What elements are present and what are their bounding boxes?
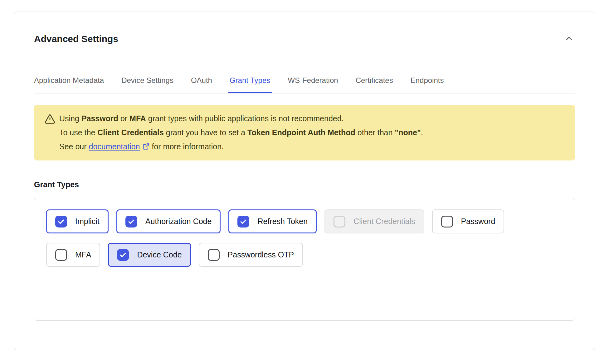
- warning-text-segment: other than: [355, 128, 395, 137]
- warning-text-segment: Using: [59, 114, 81, 123]
- warning-bold-text: Password: [81, 114, 118, 123]
- advanced-settings-card: Advanced Settings Application MetadataDe…: [14, 12, 595, 350]
- grant-type-label: Authorization Code: [145, 217, 212, 226]
- grant-type-label: MFA: [75, 250, 91, 259]
- warning-text-segment: .: [421, 128, 423, 137]
- grant-type-passwordless-otp[interactable]: Passwordless OTP: [199, 243, 303, 267]
- warning-text-segment: for more information.: [150, 142, 224, 151]
- warning-line-2: To use the Client Credentials grant you …: [59, 126, 423, 140]
- grant-type-label: Passwordless OTP: [228, 250, 294, 259]
- grant-type-label: Device Code: [137, 250, 182, 259]
- grant-type-label: Implicit: [75, 217, 100, 226]
- grant-type-refresh-token[interactable]: Refresh Token: [228, 209, 317, 233]
- grant-type-implicit[interactable]: Implicit: [46, 209, 109, 233]
- page: Advanced Settings Application MetadataDe…: [0, 0, 609, 364]
- checkbox-checked-icon: [125, 216, 137, 228]
- grant-types-heading: Grant Types: [34, 180, 575, 189]
- card-header: Advanced Settings: [34, 32, 575, 45]
- tab-endpoints[interactable]: Endpoints: [409, 76, 446, 93]
- warning-text-segment: grant you have to set a: [164, 128, 247, 137]
- external-link-icon: [142, 141, 150, 148]
- grant-type-device-code[interactable]: Device Code: [108, 243, 191, 267]
- checkbox-checked-icon: [117, 249, 129, 261]
- tab-grant-types[interactable]: Grant Types: [228, 76, 272, 93]
- tab-device-settings[interactable]: Device Settings: [119, 76, 175, 93]
- checkbox-checked-icon: [55, 216, 67, 228]
- tab-certificates[interactable]: Certificates: [354, 76, 395, 93]
- warning-text-segment: grant types with public applications is …: [146, 114, 344, 123]
- chevron-up-icon: [564, 34, 574, 44]
- grant-type-mfa[interactable]: MFA: [46, 243, 100, 267]
- grant-type-label: Refresh Token: [257, 217, 308, 226]
- warning-bold-text: Client Credentials: [97, 128, 164, 137]
- warning-triangle-icon: [44, 113, 56, 125]
- grant-types-row: MFADevice CodePasswordless OTP: [46, 243, 303, 267]
- documentation-link[interactable]: documentation: [89, 142, 140, 151]
- warning-text-segment: To use the: [59, 128, 97, 137]
- tabs: Application MetadataDevice SettingsOAuth…: [34, 76, 575, 93]
- warning-bold-text: "none": [395, 128, 421, 137]
- warning-text: Using Password or MFA grant types with p…: [59, 112, 423, 154]
- grant-type-password[interactable]: Password: [432, 209, 504, 233]
- tab-application-metadata[interactable]: Application Metadata: [32, 76, 106, 93]
- grant-type-label: Password: [461, 217, 495, 226]
- tab-oauth[interactable]: OAuth: [189, 76, 214, 93]
- checkbox-unchecked-icon: [334, 216, 345, 228]
- warning-bold-text: MFA: [129, 114, 146, 123]
- warning-line-1: Using Password or MFA grant types with p…: [59, 112, 423, 126]
- checkbox-checked-icon: [237, 216, 249, 228]
- page-title: Advanced Settings: [34, 33, 118, 45]
- grant-type-authorization-code[interactable]: Authorization Code: [116, 209, 221, 233]
- warning-bold-text: Token Endpoint Auth Method: [247, 128, 355, 137]
- collapse-section-button[interactable]: [563, 32, 575, 45]
- warning-text-segment: or: [118, 114, 129, 123]
- warning-line-3: See our documentation for more informati…: [59, 140, 423, 154]
- checkbox-unchecked-icon: [55, 249, 67, 261]
- grant-type-label: Client Credentials: [353, 217, 415, 226]
- tab-ws-federation[interactable]: WS-Federation: [286, 76, 340, 93]
- warning-text-segment: See our: [59, 142, 89, 151]
- checkbox-unchecked-icon: [208, 249, 220, 261]
- grant-types-row: ImplicitAuthorization CodeRefresh TokenC…: [46, 209, 504, 233]
- checkbox-unchecked-icon: [441, 216, 453, 228]
- grant-types-group: ImplicitAuthorization CodeRefresh TokenC…: [34, 198, 575, 321]
- grant-type-client-credentials: Client Credentials: [324, 209, 424, 233]
- warning-banner: Using Password or MFA grant types with p…: [34, 105, 575, 160]
